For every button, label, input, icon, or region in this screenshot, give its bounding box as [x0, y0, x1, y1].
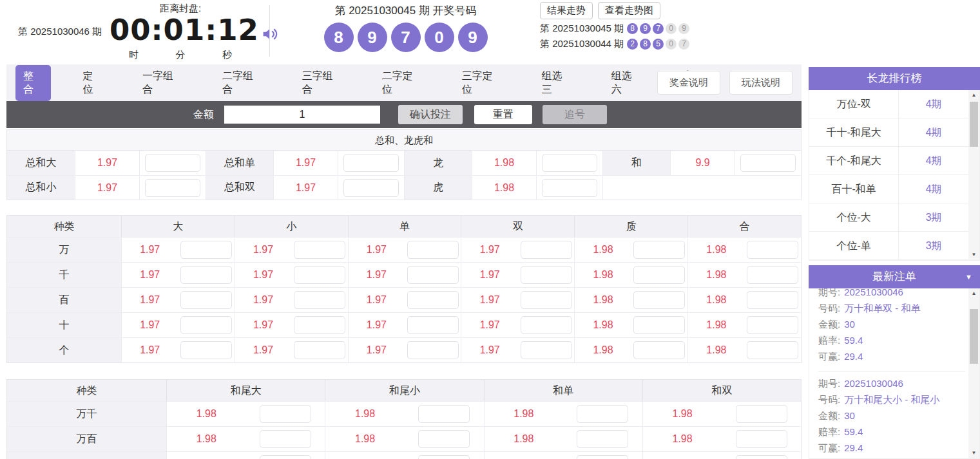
- bet-odds: 1.98: [688, 344, 744, 356]
- bet-amount-input[interactable]: [747, 266, 798, 284]
- bet-potential-win: 29.4: [844, 442, 863, 453]
- chase-number-button[interactable]: 追号: [543, 105, 607, 124]
- bet-amount-input[interactable]: [145, 179, 200, 197]
- result-trend-button[interactable]: 结果走势: [540, 2, 593, 19]
- bet-amount-input[interactable]: [736, 430, 787, 448]
- bet-amount-input[interactable]: [577, 455, 628, 459]
- bet-amount-input[interactable]: [521, 341, 572, 359]
- scrollbar[interactable]: ▲ ▼: [968, 288, 979, 458]
- list-item[interactable]: 个位-单 3期: [809, 232, 968, 260]
- bet-amount-input[interactable]: [407, 341, 459, 359]
- bet-amount-input[interactable]: [747, 241, 798, 259]
- bet-amount-input[interactable]: [260, 430, 311, 448]
- bet-amount-input[interactable]: [418, 430, 470, 448]
- pair-sum-odds-table: 种类 和尾大 和尾小 和单 和双 万千 1.98 1.98 1.98 1.98 …: [6, 379, 802, 459]
- tab-erzi-zuhe[interactable]: 二字组合: [215, 65, 271, 101]
- speaker-icon[interactable]: [262, 17, 279, 47]
- bet-amount-input[interactable]: [145, 154, 200, 172]
- bet-amount-input[interactable]: [407, 316, 459, 334]
- bet-amount-input[interactable]: [521, 266, 572, 284]
- list-item[interactable]: 千个-和尾大 4期: [809, 147, 968, 175]
- tab-dingwei[interactable]: 定位: [75, 65, 110, 101]
- table-row: 十 1.97 1.97 1.97 1.97 1.98 1.98: [7, 312, 801, 337]
- field-label: 期号:: [818, 378, 840, 389]
- bet-amount-input[interactable]: [180, 341, 232, 359]
- bet-amount-input[interactable]: [736, 455, 787, 459]
- bet-amount-input[interactable]: [521, 316, 572, 334]
- tab-sanzi-dingwei[interactable]: 三字定位: [454, 65, 510, 101]
- bet-amount-input[interactable]: [294, 266, 345, 284]
- bet-amount-input[interactable]: [521, 291, 572, 309]
- scrollbar-thumb[interactable]: [970, 102, 978, 147]
- bet-amount-input[interactable]: [343, 154, 399, 172]
- scroll-down-icon[interactable]: ▼: [968, 250, 979, 260]
- scroll-up-icon[interactable]: ▲: [968, 288, 979, 299]
- tab-sanzi-zuhe[interactable]: 三字组合: [294, 65, 351, 101]
- long-dragon-list: 万位-双 4期 千十-和尾大 4期 千个-和尾大 4期 百十-和单 4期 个位-…: [809, 90, 980, 261]
- scrollbar[interactable]: ▲ ▼: [968, 90, 979, 260]
- tab-zuxuan6[interactable]: 组选六: [604, 65, 649, 101]
- bet-amount-input[interactable]: [747, 291, 798, 309]
- bet-amount-input[interactable]: [407, 266, 459, 284]
- tab-zhenghe[interactable]: 整合: [15, 65, 51, 101]
- tab-zuxuan3[interactable]: 组选三: [534, 65, 580, 101]
- bet-amount-input[interactable]: [542, 179, 597, 197]
- confirm-bet-button[interactable]: 确认投注: [398, 105, 463, 124]
- prize-info-button[interactable]: 奖金说明: [657, 71, 720, 95]
- chevron-down-icon[interactable]: ▼: [965, 265, 972, 288]
- bet-odds: 1.97: [349, 344, 405, 356]
- list-item[interactable]: 个位-大 3期: [809, 203, 968, 232]
- view-trend-chart-button[interactable]: 查看走势图: [598, 2, 660, 19]
- scroll-down-icon[interactable]: ▼: [968, 448, 979, 458]
- bet-amount-input[interactable]: [407, 241, 459, 259]
- bet-amount-input[interactable]: [180, 291, 232, 309]
- bet-amount-input[interactable]: [294, 316, 345, 334]
- bet-amount-input[interactable]: [180, 266, 232, 284]
- bet-amount-input[interactable]: [180, 241, 232, 259]
- bet-amount-input[interactable]: [747, 316, 798, 334]
- sum-dragon-tiger-section: 总和、龙虎和 总和大 1.97 总和单 1.97 龙 1.98 和 9.9 总和…: [6, 129, 802, 200]
- bet-amount-input[interactable]: [736, 405, 787, 423]
- reset-button[interactable]: 重置: [474, 105, 532, 124]
- bet-amount-input[interactable]: [418, 455, 470, 459]
- row-label: 万十: [7, 452, 166, 459]
- bet-amount-input[interactable]: [418, 405, 470, 423]
- tab-yizi-zuhe[interactable]: 一字组合: [135, 65, 191, 101]
- bet-amount-input[interactable]: [542, 154, 597, 172]
- bet-amount-input[interactable]: [260, 455, 311, 459]
- row-label: 万千: [7, 402, 166, 426]
- bet-odds: 1.98: [575, 319, 631, 331]
- list-item[interactable]: 千十-和尾大 4期: [809, 118, 968, 147]
- tab-erzi-dingwei[interactable]: 二字定位: [374, 65, 430, 101]
- play-tabs: 整合 定位 一字组合 二字组合 三字组合 二字定位 三字定位 组选三 组选六 跨…: [6, 64, 802, 101]
- countdown-block: 距离封盘: 00:01:12 时 分 秒: [110, 3, 251, 61]
- bet-amount-input[interactable]: [633, 291, 685, 309]
- bet-amount-input[interactable]: [633, 241, 685, 259]
- amount-input[interactable]: [224, 106, 380, 124]
- bet-input-cell: [139, 175, 206, 200]
- bet-amount-input[interactable]: [407, 291, 459, 309]
- bet-amount-input[interactable]: [180, 316, 232, 334]
- bet-amount-input[interactable]: [521, 241, 572, 259]
- bet-amount-input[interactable]: [343, 179, 399, 197]
- scroll-up-icon[interactable]: ▲: [968, 90, 979, 100]
- bet-amount-input[interactable]: [577, 405, 628, 423]
- bet-amount-input[interactable]: [633, 341, 685, 359]
- bet-amount-input[interactable]: [294, 241, 345, 259]
- row-label: 个: [7, 338, 121, 362]
- list-item[interactable]: 百十-和单 4期: [809, 175, 968, 203]
- bet-amount-input[interactable]: [740, 154, 796, 172]
- bet-amount-input[interactable]: [633, 266, 685, 284]
- bet-amount-input[interactable]: [577, 430, 628, 448]
- history-balls: 8 9 7 0 9: [627, 23, 689, 34]
- field-label: 赔率:: [818, 426, 840, 437]
- list-item[interactable]: 万位-双 4期: [809, 90, 968, 118]
- bet-amount-input[interactable]: [747, 341, 798, 359]
- bet-amount-input[interactable]: [633, 316, 685, 334]
- bet-label: 总和大: [7, 151, 75, 175]
- bet-amount-input[interactable]: [294, 341, 345, 359]
- rules-info-button[interactable]: 玩法说明: [729, 71, 793, 95]
- scrollbar-thumb[interactable]: [970, 309, 978, 364]
- bet-amount-input[interactable]: [260, 405, 311, 423]
- bet-amount-input[interactable]: [294, 291, 345, 309]
